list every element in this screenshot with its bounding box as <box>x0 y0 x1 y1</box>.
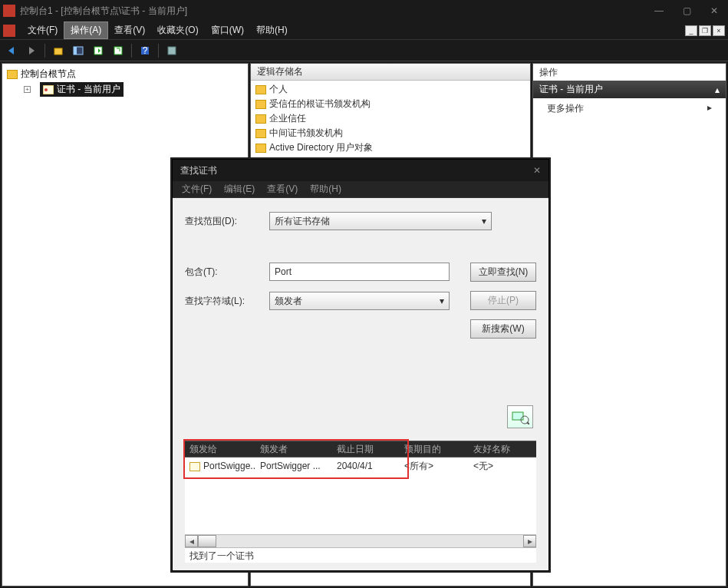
collapse-icon[interactable]: ▴ <box>715 84 720 95</box>
tree-cert-user[interactable]: + 证书 - 当前用户 <box>5 81 245 97</box>
chevron-down-icon: ▾ <box>482 216 486 226</box>
mdi-restore[interactable]: ❐ <box>699 25 711 36</box>
close-button[interactable]: ✕ <box>703 4 725 18</box>
horizontal-scrollbar[interactable]: ◂ ▸ <box>185 534 536 547</box>
doc-icon <box>3 25 15 37</box>
new-search-button[interactable]: 新搜索(W) <box>470 319 536 339</box>
col-expiry[interactable]: 截止日期 <box>332 443 400 456</box>
svg-line-15 <box>527 422 529 424</box>
maximize-button[interactable]: ▢ <box>676 4 697 18</box>
list-item[interactable]: 受信任的根证书颁发机构 <box>255 97 525 111</box>
help-button[interactable]: ? <box>137 42 153 59</box>
tree-root[interactable]: 控制台根节点 <box>5 67 245 81</box>
svg-rect-13 <box>512 412 523 420</box>
list-item[interactable]: 中间证书颁发机构 <box>255 126 525 140</box>
svg-rect-2 <box>54 48 62 55</box>
scroll-right-button[interactable]: ▸ <box>523 535 536 547</box>
menu-view[interactable]: 查看(V) <box>108 22 151 38</box>
menu-action[interactable]: 操作(A) <box>64 21 108 39</box>
scope-label: 查找范围(D): <box>185 215 269 228</box>
window-title: 控制台1 - [控制台根节点\证书 - 当前用户] <box>20 5 648 18</box>
dmenu-view[interactable]: 查看(V) <box>262 183 302 196</box>
folder-icon <box>255 144 266 153</box>
svg-rect-4 <box>74 47 77 55</box>
actions-panel: 操作 证书 - 当前用户 ▴ 更多操作 ▸ <box>532 63 726 586</box>
cert-icon <box>43 85 54 94</box>
column-header[interactable]: 逻辑存储名 <box>251 64 530 81</box>
folder-icon <box>255 85 266 94</box>
tree-root-label: 控制台根节点 <box>21 68 76 81</box>
scroll-left-button[interactable]: ◂ <box>185 535 198 547</box>
svg-point-12 <box>44 88 48 91</box>
list-item[interactable]: 个人 <box>255 82 525 97</box>
dmenu-edit[interactable]: 编辑(E) <box>219 183 259 196</box>
dmenu-help[interactable]: 帮助(H) <box>305 183 346 196</box>
dialog-title: 查找证书 <box>180 164 217 177</box>
mdi-close[interactable]: × <box>713 25 725 36</box>
toolbar: ? <box>0 40 728 61</box>
search-anim-icon <box>507 405 533 428</box>
actions-section[interactable]: 证书 - 当前用户 ▴ <box>533 81 726 98</box>
svg-marker-0 <box>8 47 14 55</box>
folder-icon <box>255 100 266 109</box>
dialog-statusbar: 找到了一个证书 <box>185 547 536 563</box>
scroll-thumb[interactable] <box>198 535 216 547</box>
find-cert-dialog: 查找证书 ✕ 文件(F) 编辑(E) 查看(V) 帮助(H) 查找范围(D): … <box>172 159 549 571</box>
mdi-minimize[interactable]: _ <box>685 25 697 36</box>
scope-combo[interactable]: 所有证书存储 ▾ <box>269 212 492 230</box>
menu-window[interactable]: 窗口(W) <box>205 22 250 38</box>
results-list[interactable]: PortSwigge... PortSwigger ... 2040/4/1 <… <box>185 458 536 534</box>
expand-icon[interactable]: + <box>24 86 31 93</box>
export-button[interactable] <box>90 42 107 59</box>
up-button[interactable] <box>50 42 67 59</box>
tree-cert-label: 证书 - 当前用户 <box>57 83 120 96</box>
folder-icon <box>255 114 266 124</box>
list-item[interactable]: 企业信任 <box>255 111 525 126</box>
dialog-close-button[interactable]: ✕ <box>533 165 541 176</box>
back-button[interactable] <box>3 42 20 59</box>
certificate-icon <box>189 462 200 471</box>
result-row[interactable]: PortSwigge... PortSwigger ... 2040/4/1 <… <box>185 458 536 474</box>
chevron-right-icon: ▸ <box>707 102 712 115</box>
actions-title: 操作 <box>533 64 726 81</box>
list-item[interactable]: Active Directory 用户对象 <box>255 140 525 155</box>
svg-text:?: ? <box>143 45 148 56</box>
actions-more[interactable]: 更多操作 ▸ <box>533 98 726 119</box>
minimize-button[interactable]: — <box>648 4 670 18</box>
refresh-button[interactable] <box>110 42 127 59</box>
svg-rect-10 <box>168 47 176 55</box>
props-button[interactable] <box>163 42 180 59</box>
dmenu-file[interactable]: 文件(F) <box>177 183 216 196</box>
stop-button[interactable]: 停止(P) <box>470 291 536 310</box>
col-issued-by[interactable]: 颁发者 <box>255 443 332 456</box>
col-friendly[interactable]: 友好名称 <box>469 443 536 456</box>
forward-button[interactable] <box>23 42 40 59</box>
contains-input[interactable] <box>269 263 450 281</box>
folder-list[interactable]: 个人 受信任的根证书颁发机构 企业信任 中间证书颁发机构 Active Dire… <box>251 81 530 157</box>
results-header[interactable]: 颁发给 颁发者 截止日期 预期目的 友好名称 <box>185 441 536 458</box>
svg-marker-1 <box>29 47 35 55</box>
folder-icon <box>7 70 18 79</box>
menu-favorites[interactable]: 收藏夹(O) <box>151 22 204 38</box>
show-hide-button[interactable] <box>70 42 87 59</box>
menu-file[interactable]: 文件(F) <box>21 22 64 38</box>
find-now-button[interactable]: 立即查找(N) <box>470 263 536 282</box>
col-purpose[interactable]: 预期目的 <box>400 443 469 456</box>
menubar: 文件(F) 操作(A) 查看(V) 收藏夹(O) 窗口(W) 帮助(H) _ ❐… <box>0 21 728 40</box>
field-combo[interactable]: 颁发者 ▾ <box>269 292 450 310</box>
contains-label: 包含(T): <box>185 266 269 279</box>
dialog-titlebar: 查找证书 ✕ <box>173 160 548 181</box>
dialog-menubar: 文件(F) 编辑(E) 查看(V) 帮助(H) <box>173 181 548 198</box>
app-icon <box>3 5 15 17</box>
titlebar: 控制台1 - [控制台根节点\证书 - 当前用户] — ▢ ✕ <box>0 0 728 21</box>
col-issued-to[interactable]: 颁发给 <box>185 443 255 456</box>
chevron-down-icon: ▾ <box>440 296 444 306</box>
folder-icon <box>255 129 266 138</box>
menu-help[interactable]: 帮助(H) <box>250 22 294 38</box>
field-label: 查找字符域(L): <box>185 295 269 308</box>
